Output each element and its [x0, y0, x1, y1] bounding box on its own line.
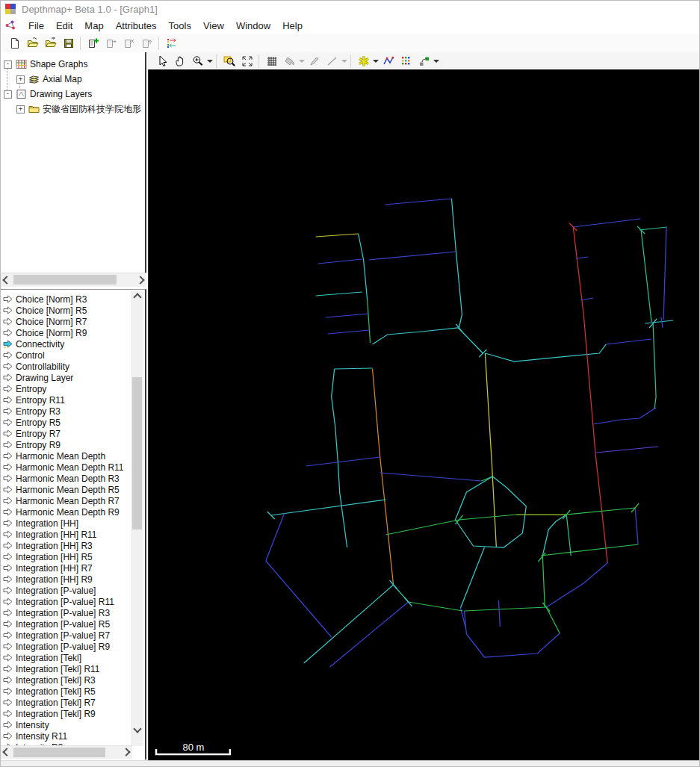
- axial-line[interactable]: [386, 515, 517, 535]
- axial-line[interactable]: [359, 234, 368, 299]
- collapse-expander[interactable]: -: [4, 60, 12, 69]
- select-button[interactable]: [154, 54, 170, 69]
- attribute-item-integration-tekl-r11[interactable]: Integration [Tekl] R11: [1, 663, 132, 674]
- tree-horizontal-scrollbar[interactable]: [1, 273, 146, 287]
- scroll-thumb[interactable]: [13, 748, 105, 757]
- attribute-item-entropy-r7[interactable]: Entropy R7: [1, 428, 132, 439]
- new-file-button[interactable]: [7, 36, 23, 51]
- axial-line[interactable]: [368, 299, 371, 343]
- attribute-item-integration-tekl-r5[interactable]: Integration [Tekl] R5: [1, 686, 132, 697]
- attribute-item-choice-norm-r9[interactable]: Choice [Norm] R9: [1, 327, 132, 338]
- axial-line[interactable]: [316, 234, 359, 237]
- update-column-button[interactable]: [103, 36, 120, 51]
- attribute-item-integration-hh-r3[interactable]: Integration [HH] R3: [1, 540, 132, 551]
- axial-dropdown-caret[interactable]: [373, 60, 379, 63]
- scroll-right-button[interactable]: [120, 746, 132, 758]
- scroll-up-button[interactable]: [131, 292, 143, 302]
- add-column-button[interactable]: [85, 36, 102, 51]
- axial-line[interactable]: [385, 199, 452, 205]
- axial-line[interactable]: [542, 556, 545, 607]
- attribute-item-harmonic-mean-depth-r11[interactable]: Harmonic Mean Depth R11: [1, 462, 132, 473]
- tree-item-axial-map[interactable]: +Axial Map: [1, 72, 145, 87]
- zoom-dropdown-caret[interactable]: [207, 60, 213, 63]
- attribute-item-integration-p-value-r9[interactable]: Integration [P-value] R9: [1, 641, 132, 652]
- scroll-down-button[interactable]: [131, 724, 143, 734]
- axial-line[interactable]: [266, 513, 285, 561]
- axial-line[interactable]: [455, 476, 526, 547]
- axial-line[interactable]: [271, 500, 386, 515]
- collapse-expander[interactable]: -: [4, 90, 12, 99]
- menu-tools[interactable]: Tools: [169, 20, 191, 31]
- attribute-item-controllability[interactable]: Controllability: [1, 361, 132, 372]
- attribute-vertical-scrollbar[interactable]: [131, 291, 143, 746]
- axial-line[interactable]: [538, 553, 545, 562]
- step-depth-button[interactable]: [416, 54, 433, 69]
- axial-line[interactable]: [576, 257, 588, 258]
- axial-line[interactable]: [653, 323, 656, 409]
- menu-attributes[interactable]: Attributes: [116, 20, 157, 31]
- attribute-item-integration-hh-[interactable]: Integration [HH]: [1, 518, 132, 529]
- axial-line[interactable]: [464, 611, 560, 657]
- attribute-item-choice-norm-r7[interactable]: Choice [Norm] R7: [1, 316, 132, 327]
- axial-line[interactable]: [580, 298, 593, 300]
- pan-hand-button[interactable]: [172, 54, 188, 69]
- attribute-item-integration-hh-r11[interactable]: Integration [HH] R11: [1, 529, 132, 540]
- menu-window[interactable]: Window: [236, 20, 270, 31]
- expand-expander[interactable]: +: [16, 75, 25, 84]
- axial-line[interactable]: [641, 230, 651, 322]
- tree-item--[interactable]: +安徽省国防科技学院地形: [1, 102, 145, 117]
- scroll-left-button[interactable]: [1, 273, 13, 286]
- axial-line[interactable]: [373, 328, 483, 353]
- attribute-item-intensity[interactable]: Intensity: [1, 719, 132, 730]
- axial-line[interactable]: [635, 508, 638, 544]
- zoom-in-button[interactable]: [190, 54, 206, 69]
- tree-item-drawing-layers[interactable]: -Drawing Layers: [1, 87, 145, 102]
- axial-line[interactable]: [380, 473, 482, 481]
- attribute-item-entropy-r5[interactable]: Entropy R5: [1, 417, 132, 428]
- axial-line[interactable]: [661, 317, 663, 328]
- line-dropdown-caret[interactable]: [341, 60, 347, 63]
- axial-line[interactable]: [330, 602, 409, 667]
- tree-item-shape-graphs[interactable]: -Shape Graphs: [1, 57, 145, 72]
- menu-map[interactable]: Map: [84, 20, 103, 31]
- attribute-item-integration-p-value-r5[interactable]: Integration [P-value] R5: [1, 618, 132, 630]
- attribute-item-integration-p-value-r11[interactable]: Integration [P-value] R11: [1, 596, 132, 607]
- axial-line[interactable]: [541, 544, 638, 556]
- axial-line[interactable]: [332, 369, 347, 547]
- axial-line[interactable]: [566, 508, 635, 515]
- attribute-item-control[interactable]: Control: [1, 350, 132, 361]
- attribute-item-integration-tekl-r3[interactable]: Integration [Tekl] R3: [1, 674, 132, 686]
- scroll-thumb[interactable]: [13, 275, 117, 285]
- map-canvas[interactable]: 80 m: [148, 69, 700, 760]
- attribute-item-choice-norm-r3[interactable]: Choice [Norm] R3: [1, 294, 132, 305]
- attribute-horizontal-scrollbar[interactable]: [1, 745, 132, 759]
- pencil-button[interactable]: [306, 54, 323, 69]
- attribute-item-harmonic-mean-depth-r7[interactable]: Harmonic Mean Depth R7: [1, 495, 132, 506]
- attribute-item-integration-hh-r9[interactable]: Integration [HH] R9: [1, 574, 132, 585]
- axial-line[interactable]: [373, 369, 394, 585]
- link-colors-button[interactable]: [164, 36, 180, 51]
- scroll-left-button[interactable]: [1, 746, 13, 758]
- axial-line[interactable]: [485, 353, 496, 547]
- attribute-item-entropy[interactable]: Entropy: [1, 383, 132, 394]
- axial-line[interactable]: [306, 457, 380, 466]
- axial-line[interactable]: [328, 330, 370, 334]
- axial-line[interactable]: [606, 339, 651, 344]
- axial-line[interactable]: [593, 408, 656, 424]
- scroll-thumb[interactable]: [132, 377, 142, 530]
- attribute-item-drawing-layer[interactable]: Drawing Layer: [1, 372, 132, 383]
- axial-line[interactable]: [546, 562, 608, 607]
- axial-line[interactable]: [464, 607, 546, 611]
- menu-edit[interactable]: Edit: [56, 20, 72, 31]
- axial-line[interactable]: [409, 602, 463, 611]
- attribute-item-harmonic-mean-depth-r3[interactable]: Harmonic Mean Depth R3: [1, 473, 132, 484]
- axial-line-button[interactable]: [356, 54, 372, 69]
- zoom-selection-button[interactable]: [221, 54, 238, 69]
- attribute-item-connectivity[interactable]: Connectivity: [1, 338, 132, 350]
- vga-grid-button[interactable]: [398, 54, 415, 69]
- menu-file[interactable]: File: [28, 20, 44, 31]
- axial-line[interactable]: [573, 219, 640, 227]
- axial-line[interactable]: [369, 252, 456, 260]
- menu-help[interactable]: Help: [282, 20, 303, 31]
- axial-line[interactable]: [460, 547, 484, 608]
